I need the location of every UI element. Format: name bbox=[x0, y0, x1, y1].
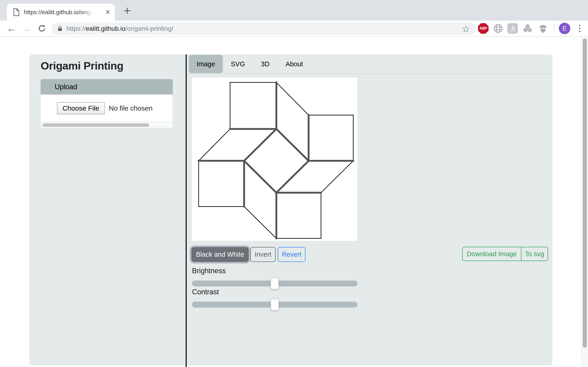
crease-pattern-canvas[interactable] bbox=[192, 77, 357, 241]
lock-icon[interactable] bbox=[57, 25, 63, 32]
cluster-extension-icon[interactable] bbox=[522, 23, 533, 34]
url-text: https://ealitt.github.io/origami-printin… bbox=[66, 25, 173, 32]
tab-about[interactable]: About bbox=[277, 55, 311, 73]
main-panel: Image SVG 3D About Black and White Inver… bbox=[187, 54, 552, 365]
adblock-extension-icon[interactable]: ABP bbox=[478, 23, 489, 34]
url-domain: ealitt.github.io bbox=[86, 25, 125, 32]
choose-file-button[interactable]: Choose File bbox=[57, 102, 105, 115]
toolbar-divider bbox=[554, 24, 554, 33]
tab-close-icon[interactable]: × bbox=[105, 8, 110, 16]
page-title: Origami Printing bbox=[41, 59, 123, 72]
profile-avatar[interactable]: E bbox=[559, 23, 570, 34]
sidebar-panel: Origami Printing Upload Choose File No f… bbox=[29, 54, 186, 365]
screen: https://ealitt.github.io/origami- × + ← … bbox=[0, 0, 588, 367]
brightness-label: Brightness bbox=[192, 267, 225, 275]
acorn-extension-icon[interactable] bbox=[538, 23, 548, 34]
contrast-slider[interactable] bbox=[192, 302, 357, 308]
page-favicon-icon bbox=[13, 8, 20, 16]
to-svg-button[interactable]: To svg bbox=[521, 247, 548, 261]
brightness-slider-thumb[interactable] bbox=[271, 277, 279, 290]
chrome-menu-icon[interactable] bbox=[577, 23, 582, 33]
upload-horizontal-scrollbar[interactable] bbox=[41, 122, 173, 128]
black-and-white-button[interactable]: Black and White bbox=[191, 247, 249, 262]
forward-icon: → bbox=[20, 21, 33, 36]
back-icon[interactable]: ← bbox=[5, 21, 18, 36]
contrast-label: Contrast bbox=[192, 288, 219, 296]
tab-title: https://ealitt.github.io/origami- bbox=[24, 9, 93, 16]
file-status-text: No file chosen bbox=[109, 104, 153, 112]
upload-card: Upload Choose File No file chosen bbox=[41, 79, 173, 128]
url-scheme: https:// bbox=[66, 25, 86, 32]
app-tab-strip: Image SVG 3D About bbox=[187, 54, 552, 74]
brightness-slider[interactable] bbox=[192, 281, 357, 286]
crease-pattern-svg bbox=[192, 77, 357, 241]
address-bar[interactable]: https://ealitt.github.io/origami-printin… bbox=[52, 23, 476, 35]
download-image-button[interactable]: Download Image bbox=[463, 247, 521, 261]
page-content: Origami Printing Upload Choose File No f… bbox=[0, 37, 588, 367]
export-button-group: Download Image To svg bbox=[462, 247, 548, 261]
new-tab-button[interactable]: + bbox=[120, 3, 135, 18]
browser-toolbar: ← → https://ealitt.github.io/origami-pri… bbox=[0, 21, 588, 37]
page-scrollbar-thumb[interactable] bbox=[583, 38, 587, 348]
page-scrollbar[interactable] bbox=[581, 37, 588, 367]
upload-header[interactable]: Upload bbox=[41, 79, 173, 94]
globe-extension-icon[interactable] bbox=[493, 23, 503, 34]
bookmark-star-icon[interactable]: ☆ bbox=[462, 24, 470, 34]
tab-image[interactable]: Image bbox=[189, 55, 223, 73]
reload-icon[interactable] bbox=[35, 21, 48, 36]
h-extension-icon[interactable]: h bbox=[507, 23, 518, 34]
scrollbar-thumb[interactable] bbox=[43, 123, 149, 127]
browser-tab[interactable]: https://ealitt.github.io/origami- × bbox=[7, 4, 115, 21]
revert-button[interactable]: Revert bbox=[278, 247, 305, 262]
tab-3d[interactable]: 3D bbox=[253, 55, 277, 73]
url-path: /origami-printing/ bbox=[125, 25, 173, 32]
file-input-row: Choose File No file chosen bbox=[41, 94, 173, 122]
tab-svg[interactable]: SVG bbox=[223, 55, 253, 73]
browser-tab-bar: https://ealitt.github.io/origami- × + bbox=[0, 0, 588, 21]
invert-button[interactable]: Invert bbox=[250, 247, 276, 262]
contrast-slider-thumb[interactable] bbox=[271, 299, 279, 311]
